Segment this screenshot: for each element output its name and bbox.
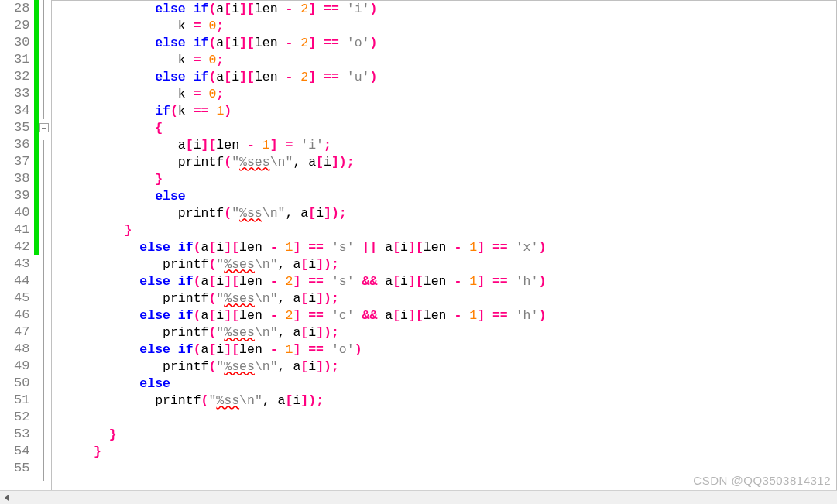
line-number[interactable]: 38	[14, 170, 29, 187]
fold-guide	[43, 413, 51, 430]
line-number[interactable]: 47	[14, 324, 29, 341]
fold-guide	[43, 345, 51, 362]
code-line[interactable]: else if(a[i][len - 2] == 's' && a[i][len…	[55, 273, 837, 290]
line-number[interactable]: 55	[14, 460, 29, 477]
horizontal-scrollbar[interactable]	[0, 490, 837, 504]
code-line[interactable]: printf("%ses\n", a[i]);	[55, 290, 837, 307]
code-area[interactable]: else if(a[i][len - 2] == 'i') k = 0; els…	[52, 0, 837, 504]
code-line[interactable]: k = 0;	[55, 18, 837, 35]
line-number[interactable]: 29	[14, 17, 29, 34]
code-line[interactable]: printf("%ses\n", a[i]);	[55, 358, 837, 375]
code-line[interactable]: printf("%ses\n", a[i]);	[55, 154, 837, 171]
line-number[interactable]: 52	[14, 409, 29, 426]
line-number[interactable]: 34	[14, 102, 29, 119]
line-number[interactable]: 35	[14, 119, 29, 136]
fold-guide	[43, 310, 51, 327]
watermark: CSDN @QQ3503814312	[693, 474, 831, 487]
scroll-left-icon[interactable]	[0, 491, 13, 504]
line-number[interactable]: 48	[14, 341, 29, 358]
line-number[interactable]: 39	[14, 187, 29, 204]
code-editor[interactable]: 2829303132333435363738394041424344454647…	[0, 0, 837, 504]
code-line[interactable]: else if(a[i][len - 1] == 's' || a[i][len…	[55, 239, 837, 256]
fold-guide	[43, 276, 51, 293]
fold-guide	[43, 225, 51, 242]
code-line[interactable]: printf("%ses\n", a[i]);	[55, 324, 837, 341]
line-number[interactable]: 49	[14, 358, 29, 375]
fold-column[interactable]	[39, 0, 51, 504]
fold-guide	[43, 447, 51, 464]
code-line[interactable]	[55, 410, 837, 427]
fold-guide	[43, 191, 51, 208]
line-number[interactable]: 42	[14, 238, 29, 255]
line-number[interactable]: 32	[14, 68, 29, 85]
line-number[interactable]: 41	[14, 221, 29, 238]
line-number[interactable]: 50	[14, 375, 29, 392]
code-line[interactable]: printf("%ses\n", a[i]);	[55, 256, 837, 273]
fold-guide	[43, 102, 51, 119]
code-line[interactable]: printf("%ss\n", a[i]);	[55, 393, 837, 410]
fold-guide	[43, 242, 51, 259]
fold-guide	[43, 85, 51, 102]
line-number[interactable]: 44	[14, 273, 29, 290]
line-number[interactable]: 31	[14, 51, 29, 68]
fold-guide	[43, 259, 51, 276]
code-line[interactable]: k = 0;	[55, 52, 837, 69]
code-line[interactable]: else	[55, 375, 837, 393]
code-line[interactable]: k = 0;	[55, 86, 837, 103]
line-number[interactable]: 37	[14, 153, 29, 170]
code-line[interactable]: else if(a[i][len - 2] == 'i')	[55, 1, 837, 18]
fold-guide	[43, 379, 51, 396]
line-number[interactable]: 28	[14, 0, 29, 17]
code-line[interactable]: }	[55, 427, 837, 444]
code-line[interactable]: printf("%ss\n", a[i]);	[55, 205, 837, 222]
line-number[interactable]: 51	[14, 392, 29, 409]
fold-guide	[43, 327, 51, 345]
fold-guide	[43, 362, 51, 379]
code-line[interactable]: }	[55, 444, 837, 461]
line-number[interactable]: 53	[14, 426, 29, 443]
code-line[interactable]: else if(a[i][len - 1] == 'o')	[55, 341, 837, 358]
line-number[interactable]: 46	[14, 307, 29, 324]
fold-guide	[43, 157, 51, 174]
code-line[interactable]: else	[55, 188, 837, 205]
code-line[interactable]: else if(a[i][len - 2] == 'c' && a[i][len…	[55, 307, 837, 324]
fold-guide	[43, 464, 51, 481]
code-line[interactable]: {	[55, 120, 837, 137]
code-line[interactable]: if(k == 1)	[55, 103, 837, 120]
line-number[interactable]: 33	[14, 85, 29, 102]
fold-guide	[43, 208, 51, 225]
line-number[interactable]: 43	[14, 255, 29, 273]
code-line[interactable]: a[i][len - 1] = 'i';	[55, 137, 837, 154]
line-number[interactable]: 40	[14, 204, 29, 221]
line-number[interactable]: 30	[14, 34, 29, 51]
fold-guide	[43, 430, 51, 447]
code-line[interactable]: else if(a[i][len - 2] == 'u')	[55, 69, 837, 86]
line-number-gutter[interactable]: 2829303132333435363738394041424344454647…	[0, 0, 34, 504]
fold-guide	[43, 293, 51, 310]
fold-guide	[43, 68, 51, 85]
fold-guide	[43, 34, 51, 51]
line-number[interactable]: 54	[14, 443, 29, 460]
code-line[interactable]: }	[55, 171, 837, 188]
code-line[interactable]: }	[55, 222, 837, 239]
code-line[interactable]: else if(a[i][len - 2] == 'o')	[55, 35, 837, 52]
line-number[interactable]: 45	[14, 290, 29, 307]
line-number[interactable]: 36	[14, 136, 29, 153]
fold-guide	[43, 0, 51, 17]
fold-guide	[43, 140, 51, 157]
fold-guide	[43, 17, 51, 34]
fold-guide	[43, 51, 51, 68]
fold-guide	[43, 396, 51, 413]
fold-guide	[43, 174, 51, 191]
fold-toggle-icon[interactable]	[39, 123, 49, 132]
